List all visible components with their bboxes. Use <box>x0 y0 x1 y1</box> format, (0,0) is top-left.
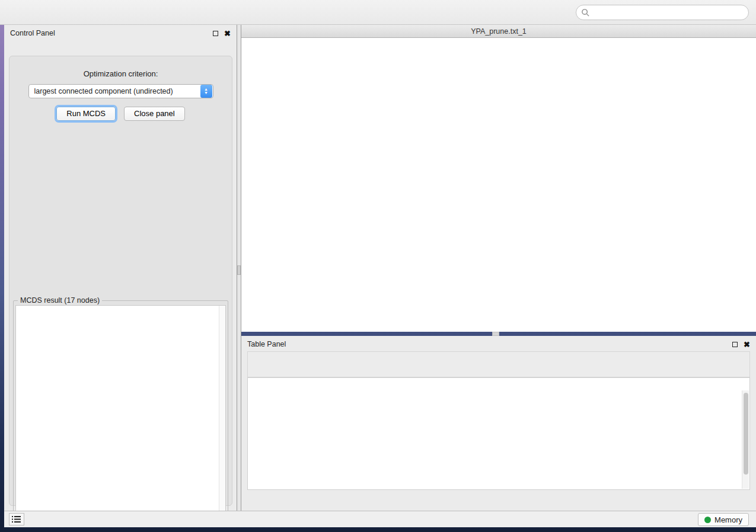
search-input[interactable] <box>590 7 748 18</box>
close-panel-icon[interactable]: ✖ <box>224 31 231 36</box>
status-bar: Memory <box>4 511 756 527</box>
mcds-list-scrollbar[interactable] <box>219 306 225 515</box>
search-icon <box>581 8 590 17</box>
horizontal-splitter-handle[interactable] <box>492 332 499 336</box>
optimization-criterion-value: largest connected component (undirected) <box>29 87 200 95</box>
control-panel-header: Control Panel ✖ <box>4 25 237 41</box>
table-panel: Table Panel ✖ <box>241 336 756 511</box>
optimization-criterion-label: Optimization criterion: <box>9 69 232 78</box>
network-window-titlebar[interactable]: YPA_prune.txt_1 <box>241 25 756 38</box>
table-panel-title: Table Panel <box>247 340 732 348</box>
task-history-button[interactable] <box>9 513 24 525</box>
main-toolbar <box>0 0 756 25</box>
network-canvas[interactable] <box>241 38 756 332</box>
float-table-panel-icon[interactable] <box>732 342 738 347</box>
mcds-panel: Optimization criterion: largest connecte… <box>9 56 232 506</box>
vertical-splitter-handle[interactable] <box>237 265 241 275</box>
optimization-criterion-select[interactable]: largest connected component (undirected)… <box>28 84 213 98</box>
memory-status-icon <box>704 517 711 523</box>
float-panel-icon[interactable] <box>213 31 218 36</box>
control-panel-title: Control Panel <box>10 29 213 37</box>
control-panel: Control Panel ✖ Optimization criterion: … <box>4 25 237 511</box>
memory-button[interactable]: Memory <box>698 513 749 526</box>
run-mcds-button[interactable]: Run MCDS <box>56 107 116 121</box>
desktop-background: Control Panel ✖ Optimization criterion: … <box>0 0 756 532</box>
node-table <box>247 377 750 490</box>
close-table-panel-icon[interactable]: ✖ <box>744 342 750 347</box>
network-window: YPA_prune.txt_1 <box>241 25 756 332</box>
mcds-result-list[interactable] <box>15 305 226 516</box>
mcds-result-title: MCDS result (17 nodes) <box>18 296 102 305</box>
table-toolbar <box>247 351 750 377</box>
network-window-title: YPA_prune.txt_1 <box>241 27 756 36</box>
search-box[interactable] <box>576 5 749 20</box>
close-panel-button[interactable]: Close panel <box>124 107 185 121</box>
memory-label: Memory <box>714 515 742 524</box>
table-panel-header: Table Panel ✖ <box>241 336 756 352</box>
mcds-result-group: MCDS result (17 nodes) <box>13 300 228 518</box>
vertical-splitter[interactable] <box>237 25 241 511</box>
list-icon <box>12 515 21 523</box>
select-stepper-icon: ▲▼ <box>200 85 212 98</box>
network-graph[interactable] <box>241 38 756 332</box>
table-scrollbar-thumb[interactable] <box>744 393 748 475</box>
table-scrollbar[interactable] <box>742 390 749 489</box>
